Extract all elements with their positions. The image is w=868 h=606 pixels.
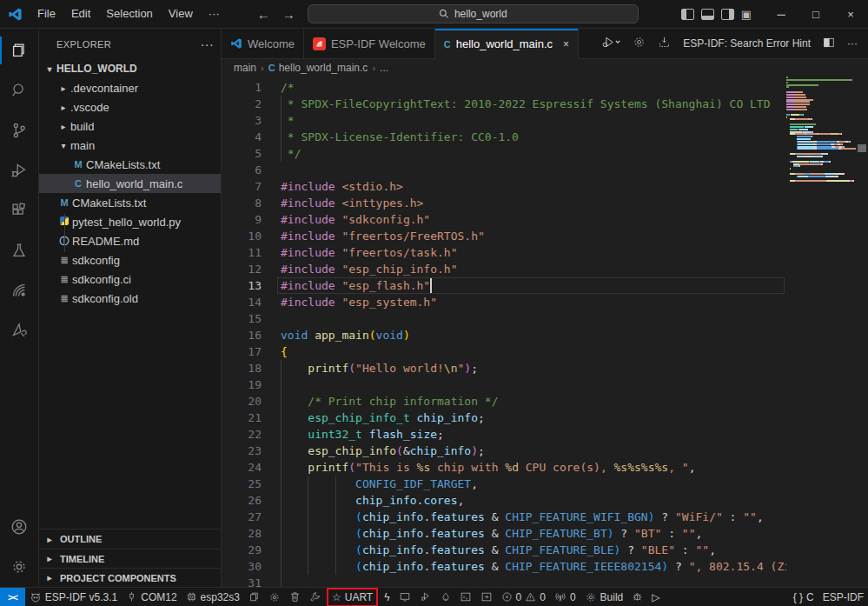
tab-esp-idf-welcome[interactable]: ESP-IDF Welcome [304,29,435,58]
run-or-debug-button[interactable] [601,36,620,51]
monitor-device-icon[interactable] [394,588,415,606]
ports-forwarded-item[interactable]: 0 [550,588,580,606]
esp-idf-version-item[interactable]: ESP-IDF v5.3.1 [25,588,122,606]
code-line-28[interactable]: 28 (chip_info.features & CHIP_FEATURE_BT… [222,525,786,542]
tree-item-main[interactable]: ▾main [39,136,221,155]
editor-more-actions-icon[interactable]: ··· [847,37,858,50]
code-line-7[interactable]: 7#include <stdio.h> [222,178,786,195]
code-line-10[interactable]: 10#include "freertos/FreeRTOS.h" [222,228,786,244]
toggle-panel-icon[interactable] [701,9,714,20]
tree-item--vscode[interactable]: ▸.vscode [39,97,221,117]
tree-item--devcontainer[interactable]: ▸.devcontainer [39,78,221,97]
project-folder-icon[interactable] [244,588,264,606]
nav-back-button[interactable]: ← [257,7,270,22]
code-line-30[interactable]: 30 (chip_info.features & CHIP_FEATURE_IE… [222,558,786,575]
tree-item-build[interactable]: ▸build [39,117,221,136]
esp-idf-extension-item[interactable]: ESP-IDF [818,588,868,606]
code-line-23[interactable]: 23 esp_chip_info(&chip_info); [222,443,786,459]
command-center-search[interactable]: hello_world [308,4,639,23]
code-line-8[interactable]: 8#include <inttypes.h> [222,195,786,211]
tab-hello-world-main[interactable]: C hello_world_main.c × [435,29,579,59]
esp-idf-explorer-icon[interactable] [0,270,39,310]
code-line-2[interactable]: 2 * SPDX-FileCopyrightText: 2010-2022 Es… [222,96,786,112]
toggle-primary-sidebar-icon[interactable] [681,9,694,20]
tree-item-cmakelists-txt[interactable]: MCMakeLists.txt [39,193,221,212]
menu-edit[interactable]: Edit [63,3,98,24]
customize-layout-icon[interactable]: ▣ [741,9,752,20]
minimap[interactable] [786,77,856,587]
debug-device-icon[interactable] [415,588,436,606]
code-line-21[interactable]: 21 esp_chip_info_t chip_info; [222,410,786,426]
section-outline[interactable]: ▸OUTLINE [39,529,221,549]
breadcrumb-symbol[interactable]: ... [380,62,388,74]
language-mode-item[interactable]: { } C [789,588,818,606]
code-editor[interactable]: 1/*2 * SPDX-FileCopyrightText: 2010-2022… [222,77,868,587]
code-line-4[interactable]: 4 * SPDX-License-Identifier: CC0-1.0 [222,129,786,145]
code-line-18[interactable]: 18 printf("Hello world!\n"); [222,360,786,376]
terminal-icon[interactable] [455,588,476,606]
explorer-more-actions-icon[interactable]: ··· [201,37,214,51]
flash-device-item[interactable]: ϟ [380,588,394,606]
code-line-15[interactable]: 15 [222,310,786,327]
close-button[interactable]: × [833,0,868,29]
tab-welcome[interactable]: Welcome [222,29,304,58]
remote-indicator[interactable]: >< [0,588,25,606]
gear-icon[interactable] [633,36,646,51]
esp-idf-tools-icon[interactable] [0,310,39,350]
flash-method-item[interactable]: ☆ UART [327,588,378,606]
open-terminal-wrench-icon[interactable] [305,588,325,606]
maximize-button[interactable]: □ [798,0,833,29]
code-line-1[interactable]: 1/* [222,79,786,96]
section-timeline[interactable]: ▸TIMELINE [39,549,221,568]
tree-item-sdkconfig-ci[interactable]: ≣sdkconfig.ci [39,270,221,289]
nav-forward-button[interactable]: → [282,7,295,22]
menu-view[interactable]: View [161,3,201,24]
code-line-5[interactable]: 5 */ [222,145,786,162]
full-clean-trash-icon[interactable] [285,588,305,606]
settings-gear-icon[interactable] [0,547,39,587]
toggle-secondary-sidebar-icon[interactable] [721,9,734,20]
flash-download-icon[interactable] [658,36,671,51]
breadcrumb-file[interactable]: C hello_world_main.c [268,62,368,74]
accounts-icon[interactable] [0,507,39,547]
play-status-icon[interactable]: ▷ [647,588,664,606]
tree-item-sdkconfig-old[interactable]: ≣sdkconfig.old [39,289,221,308]
code-line-3[interactable]: 3 * [222,112,786,129]
split-editor-icon[interactable] [823,37,835,51]
code-line-22[interactable]: 22 uint32_t flash_size; [222,426,786,443]
code-line-11[interactable]: 11#include "freertos/task.h" [222,244,786,261]
tree-item-cmakelists-txt[interactable]: MCMakeLists.txt [39,155,221,174]
tab-close-icon[interactable]: × [563,38,569,50]
section-project-components[interactable]: ▸PROJECT COMPONENTS [39,568,221,587]
build-item[interactable]: Build [580,588,628,606]
debug-status-icon[interactable] [627,588,647,606]
serial-port-item[interactable]: COM12 [122,588,181,606]
export-project-icon[interactable] [476,588,497,606]
code-line-26[interactable]: 26 chip_info.cores, [222,492,786,509]
menu-selection[interactable]: Selection [98,3,160,24]
search-sidebar-icon[interactable] [0,70,39,110]
tree-item-pytest-hello-world-py[interactable]: pytest_hello_world.py [39,212,221,231]
menu-overflow[interactable]: ··· [201,3,228,24]
code-line-12[interactable]: 12#include "esp_chip_info.h" [222,261,786,277]
code-line-24[interactable]: 24 printf("This is %s chip with %d CPU c… [222,459,786,476]
explorer-icon[interactable] [0,30,39,70]
extensions-icon[interactable] [0,190,39,230]
code-line-25[interactable]: 25 CONFIG_IDF_TARGET, [222,476,786,492]
run-and-debug-icon[interactable] [0,150,39,190]
code-line-13[interactable]: 13#include "esp_flash.h" [222,277,786,294]
code-line-31[interactable]: 31 [222,575,786,587]
device-target-item[interactable]: esp32s3 [182,588,244,606]
code-line-16[interactable]: 16void app_main(void) [222,327,786,343]
code-line-20[interactable]: 20 /* Print chip information */ [222,393,786,410]
tree-item-sdkconfig[interactable]: ≣sdkconfig [39,250,221,270]
breadcrumb-folder[interactable]: main [234,62,256,74]
minimize-button[interactable]: ─ [764,0,798,29]
testing-icon[interactable] [0,230,39,270]
tree-item-hello-world[interactable]: ▾HELLO_WORLD [39,59,221,78]
source-control-icon[interactable] [0,110,39,150]
code-line-9[interactable]: 9#include "sdkconfig.h" [222,211,786,228]
code-line-17[interactable]: 17{ [222,343,786,360]
code-line-29[interactable]: 29 (chip_info.features & CHIP_FEATURE_BL… [222,542,786,558]
tree-item-hello-world-main-c[interactable]: Chello_world_main.c [39,174,221,193]
